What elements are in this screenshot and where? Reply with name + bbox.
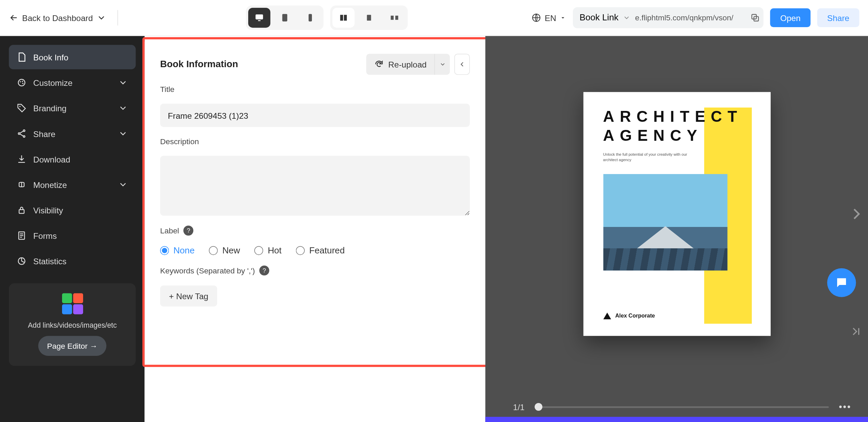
- form-icon: [17, 231, 26, 241]
- book-image: [603, 174, 727, 270]
- caret-down-icon: [559, 14, 566, 21]
- sidebar-item-book-info[interactable]: Book Info: [9, 45, 136, 69]
- svg-point-17: [23, 130, 25, 132]
- label-option-new[interactable]: New: [209, 246, 240, 255]
- promo-card: Add links/videos/images/etc Page Editor …: [9, 283, 136, 366]
- title-label: Title: [160, 85, 470, 94]
- chevron-left-icon: [458, 60, 466, 68]
- label-radio-group: None New Hot Featured: [160, 246, 470, 255]
- device-phone-button[interactable]: [299, 8, 321, 28]
- label-option-hot[interactable]: Hot: [254, 246, 281, 255]
- sidebar-item-label: Visibility: [33, 205, 63, 215]
- sidebar-item-monetize[interactable]: Monetize: [9, 172, 136, 197]
- sidebar-item-branding[interactable]: Branding: [9, 96, 136, 120]
- help-icon[interactable]: ?: [259, 266, 269, 275]
- upgrade-banner[interactable]: [485, 417, 868, 422]
- chevron-down-icon[interactable]: [623, 14, 631, 22]
- label-option-featured[interactable]: Featured: [296, 246, 345, 255]
- add-tag-button[interactable]: + New Tag: [160, 286, 217, 307]
- device-tablet-button[interactable]: [274, 8, 296, 28]
- download-icon: [17, 154, 26, 164]
- label-label: Label: [160, 226, 179, 235]
- sidebar-item-download[interactable]: Download: [9, 147, 136, 171]
- language-label: EN: [545, 13, 556, 22]
- svg-rect-20: [19, 210, 24, 213]
- back-to-dashboard[interactable]: Back to Dashboard: [9, 13, 106, 23]
- tablet-icon: [280, 13, 290, 23]
- collapse-panel-button[interactable]: [454, 54, 470, 75]
- logo-icon: [603, 312, 611, 319]
- description-label: Description: [160, 137, 470, 146]
- page-slider[interactable]: [535, 406, 829, 408]
- desktop-icon: [254, 13, 264, 23]
- divider: [117, 10, 118, 25]
- reupload-button[interactable]: Re-upload: [366, 54, 434, 75]
- copy-icon[interactable]: [750, 13, 760, 23]
- page-editor-button[interactable]: Page Editor →: [38, 336, 106, 356]
- description-textarea[interactable]: [160, 156, 470, 215]
- sidebar-item-label: Monetize: [33, 180, 67, 189]
- book-preview[interactable]: ARCHITECT AGENCY Unlock the full potenti…: [583, 92, 770, 335]
- chart-icon: [17, 256, 26, 266]
- page-indicator: 1/1: [513, 402, 525, 411]
- svg-rect-5: [344, 15, 347, 21]
- reupload-dropdown[interactable]: [434, 54, 450, 75]
- single-page-icon: [364, 13, 374, 23]
- panel-title: Book Information: [160, 59, 238, 70]
- layout-single-button[interactable]: [358, 8, 380, 28]
- back-label: Back to Dashboard: [22, 13, 93, 22]
- sidebar-item-label: Forms: [33, 231, 57, 241]
- layout-spread-button[interactable]: [332, 8, 354, 28]
- book-footer: Alex Corporate: [603, 312, 655, 319]
- language-selector[interactable]: EN: [531, 13, 566, 23]
- money-icon: [17, 179, 26, 189]
- svg-rect-3: [309, 14, 312, 21]
- sidebar-item-forms[interactable]: Forms: [9, 224, 136, 248]
- book-link-label: Book Link: [579, 13, 618, 23]
- sidebar-item-share[interactable]: Share: [9, 121, 136, 146]
- sidebar: Book Info Customize Branding Share Downl…: [0, 36, 144, 422]
- layout-slide-button[interactable]: [383, 8, 406, 28]
- chat-icon: [835, 276, 848, 289]
- device-desktop-button[interactable]: [248, 8, 270, 28]
- open-button[interactable]: Open: [770, 8, 811, 27]
- sidebar-item-label: Customize: [33, 78, 73, 88]
- svg-point-14: [22, 81, 23, 82]
- device-preview-group: [246, 5, 323, 30]
- tag-icon: [17, 103, 26, 113]
- sidebar-item-statistics[interactable]: Statistics: [9, 249, 136, 273]
- sidebar-item-label: Download: [33, 154, 70, 164]
- book-link-url: e.fliphtml5.com/qnkpm/vson/: [635, 13, 746, 22]
- sidebar-item-label: Statistics: [33, 256, 66, 266]
- layout-preview-group: [330, 5, 408, 30]
- spread-icon: [338, 13, 348, 23]
- svg-rect-4: [340, 15, 343, 21]
- sidebar-item-label: Share: [33, 129, 55, 138]
- last-page-button[interactable]: [849, 325, 863, 338]
- label-option-none[interactable]: None: [160, 246, 195, 255]
- sidebar-item-visibility[interactable]: Visibility: [9, 198, 136, 222]
- help-icon[interactable]: ?: [183, 226, 193, 235]
- svg-point-12: [18, 79, 25, 86]
- chevron-down-icon: [439, 61, 446, 68]
- svg-point-18: [18, 133, 20, 134]
- lock-icon: [17, 205, 26, 215]
- svg-rect-6: [367, 15, 371, 21]
- chevron-right-icon: [847, 204, 866, 223]
- promo-icons: [62, 293, 83, 314]
- next-page-button[interactable]: [847, 204, 866, 223]
- palette-icon: [17, 78, 26, 88]
- arrow-left-icon: [9, 13, 19, 23]
- file-icon: [17, 52, 26, 62]
- phone-icon: [305, 13, 315, 23]
- svg-rect-8: [395, 16, 398, 20]
- sidebar-item-customize[interactable]: Customize: [9, 71, 136, 95]
- book-link-group: Book Link e.fliphtml5.com/qnkpm/vson/: [573, 7, 764, 28]
- more-options-button[interactable]: •••: [839, 402, 851, 412]
- share-button[interactable]: Share: [817, 8, 859, 27]
- svg-rect-0: [255, 14, 263, 19]
- book-subtitle: Unlock the full potential of your creati…: [603, 152, 703, 163]
- title-input[interactable]: [160, 104, 470, 127]
- chat-fab[interactable]: [827, 268, 856, 297]
- svg-rect-1: [258, 20, 260, 21]
